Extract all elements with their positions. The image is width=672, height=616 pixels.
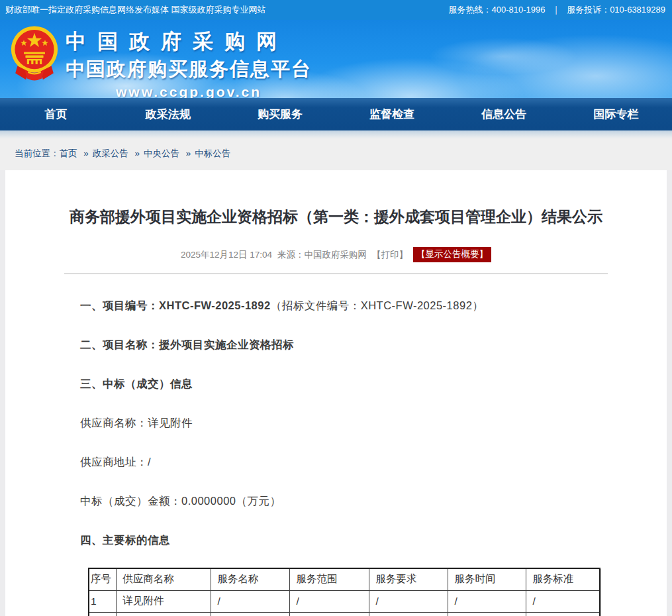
cell-service-time: / (448, 590, 526, 612)
table-header-row: 序号 供应商名称 服务名称 服务范围 服务要求 服务时间 服务标准 (89, 568, 600, 590)
article-meta-row: 2025年12月12日 17:04 来源：中国政府采购网 【打印】 【显示公告概… (5, 247, 667, 262)
breadcrumb-home-link[interactable]: 首页 (60, 148, 77, 158)
table-row: 1 详见附件 / / / / / (89, 590, 600, 612)
article-body: 一、项目编号：XHTC-FW-2025-1892（招标文件编号：XHTC-FW-… (80, 299, 627, 548)
site-subtitle: 中国政府购买服务信息平台 (66, 56, 312, 83)
lot-info-table-wrap: 序号 供应商名称 服务名称 服务范围 服务要求 服务时间 服务标准 1 详见附件… (88, 568, 667, 616)
topbar-separator: ｜ (552, 4, 560, 16)
paragraph-supplier-name: 供应商名称：详见附件 (80, 416, 627, 431)
cell-service-scope (289, 612, 369, 616)
col-header-index: 序号 (89, 568, 116, 590)
breadcrumb-zhengcai-link[interactable]: 政采公告 (93, 148, 128, 158)
cell-service-requirements (369, 612, 448, 616)
cell-service-time (448, 612, 526, 616)
paragraph-project-name: 二、项目名称：援外项目实施企业资格招标 (80, 338, 627, 352)
paragraph-award-amount: 中标（成交）金额：0.0000000（万元） (80, 494, 627, 509)
col-header-service-requirements: 服务要求 (369, 568, 448, 590)
breadcrumb: 当前位置：首页 »政采公告 »中央公告 »中标公告 (0, 139, 672, 170)
main-navigation: 首页 政采法规 购买服务 监督检查 信息公告 国际专栏 (0, 98, 672, 130)
paragraph-lot-info-heading: 四、主要标的信息 (80, 533, 627, 548)
publish-datetime: 2025年12月12日 17:04 (181, 249, 272, 261)
col-header-supplier-name: 供应商名称 (116, 568, 211, 590)
breadcrumb-separator: » (135, 148, 140, 158)
breadcrumb-award-link[interactable]: 中标公告 (195, 148, 230, 158)
top-utility-bar: 财政部唯一指定政府采购信息网络发布媒体 国家级政府采购专业网站 服务热线：400… (0, 0, 672, 20)
nav-item-home[interactable]: 首页 (0, 107, 112, 122)
col-header-service-standard: 服务标准 (526, 568, 600, 590)
paragraph-project-number: 一、项目编号：XHTC-FW-2025-1892（招标文件编号：XHTC-FW-… (80, 299, 627, 313)
site-tagline: 财政部唯一指定政府采购信息网络发布媒体 国家级政府采购专业网站 (5, 4, 266, 16)
breadcrumb-separator: » (186, 148, 191, 158)
col-header-service-time: 服务时间 (448, 568, 526, 590)
cell-service-scope: / (289, 590, 369, 612)
col-header-service-name: 服务名称 (211, 568, 289, 590)
title-divider (64, 273, 608, 274)
nav-bottom-fade (0, 130, 672, 139)
nav-item-announcements[interactable]: 信息公告 (448, 107, 560, 122)
cell-service-standard (526, 612, 600, 616)
cell-index: 1 (89, 590, 116, 612)
col-header-service-scope: 服务范围 (289, 568, 369, 590)
nav-item-regulations[interactable]: 政采法规 (112, 107, 224, 122)
breadcrumb-separator: » (83, 148, 89, 158)
nav-item-purchase-services[interactable]: 购买服务 (224, 107, 336, 122)
article-source: 来源：中国政府采购网 (277, 249, 367, 261)
china-national-emblem-icon (8, 25, 61, 91)
paragraph-award-info-heading: 三、中标（成交）信息 (80, 377, 627, 391)
cell-service-name: / (211, 590, 289, 612)
site-header: 中国政府采购网 中国政府购买服务信息平台 www.ccgp.gov.cn (0, 20, 672, 98)
cell-supplier-name (116, 612, 211, 616)
article-content-card: 商务部援外项目实施企业资格招标（第一类：援外成套项目管理企业）结果公示 2025… (5, 170, 667, 616)
site-url: www.ccgp.gov.cn (66, 84, 312, 98)
nav-item-international[interactable]: 国际专栏 (560, 107, 672, 122)
table-row-empty (89, 612, 600, 616)
service-hotline: 服务热线：400-810-1996 (448, 4, 545, 16)
service-complaints: 服务投诉：010-63819289 (567, 4, 665, 16)
cell-index (89, 612, 116, 616)
paragraph-supplier-address: 供应商地址：/ (80, 455, 627, 470)
cell-supplier-name: 详见附件 (116, 590, 211, 612)
article-title: 商务部援外项目实施企业资格招标（第一类：援外成套项目管理企业）结果公示 (5, 207, 667, 227)
site-wordmark: 中国政府采购网 中国政府购买服务信息平台 www.ccgp.gov.cn (66, 28, 312, 98)
cell-service-requirements: / (369, 590, 448, 612)
breadcrumb-prefix: 当前位置： (15, 148, 60, 158)
cell-service-name (211, 612, 289, 616)
nav-item-supervision[interactable]: 监督检查 (336, 107, 448, 122)
lot-info-table: 序号 供应商名称 服务名称 服务范围 服务要求 服务时间 服务标准 1 详见附件… (88, 568, 600, 616)
print-button[interactable]: 【打印】 (372, 249, 408, 261)
cell-service-standard: / (526, 590, 600, 612)
show-summary-button[interactable]: 【显示公告概要】 (413, 247, 491, 262)
breadcrumb-central-link[interactable]: 中央公告 (144, 148, 179, 158)
site-name: 中国政府采购网 (66, 28, 312, 56)
